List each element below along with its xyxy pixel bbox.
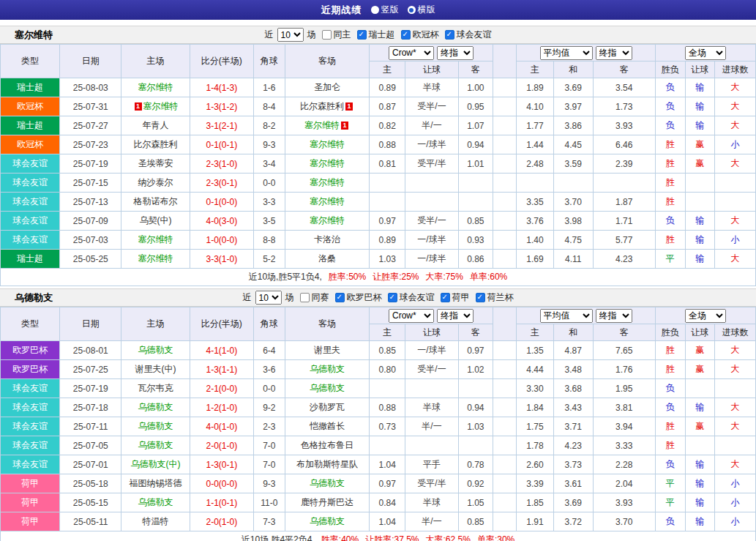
match-date: 25-05-11 (60, 512, 121, 531)
league-filter-label: 球会友谊 (400, 291, 435, 304)
final-odds-select[interactable]: 终指 (596, 46, 632, 60)
home-team: 塞尔维特 (121, 250, 190, 269)
crown-odds-handicap: 半/一 (405, 417, 458, 436)
crown-odds-handicap: 一/球半 (405, 231, 458, 250)
league-type-badge: 球会友谊 (1, 398, 60, 417)
result-goals: 大 (715, 398, 756, 417)
table-row: 欧罗巴杯25-08-01乌德勒支4-1(1-0)6-4谢里夫0.85一/球半0.… (1, 341, 756, 360)
bookmaker-select[interactable]: Crow* (389, 309, 434, 323)
result-handicap: 输 (685, 97, 715, 116)
column-header: 主场 (121, 307, 190, 341)
average-odds-away: 3.54 (593, 78, 655, 97)
league-filter-checkbox[interactable] (476, 293, 485, 302)
radio-selected-icon[interactable] (408, 6, 416, 14)
league-filter-label: 欧冠杯 (413, 29, 439, 41)
league-filter-checkbox[interactable] (441, 293, 450, 302)
league-filter-checkbox[interactable] (401, 30, 411, 40)
away-team-name: 恺撒酋长 (310, 421, 345, 431)
corner-score: 3-5 (254, 212, 285, 231)
average-odds-draw: 3.72 (553, 512, 593, 531)
view-mode-option[interactable]: 竖版 (371, 4, 399, 16)
crown-odds-home: 0.73 (370, 417, 405, 436)
corner-score: 1-6 (254, 78, 285, 97)
table-row: 荷甲25-05-11特温特2-0(1-0)7-3乌德勒支1.04半/一0.851… (1, 512, 756, 531)
league-type-badge: 荷甲 (1, 474, 60, 493)
average-odds-home: 1.69 (517, 250, 554, 269)
result-handicap: 赢 (685, 341, 715, 360)
recent-count-select[interactable]: 10 (277, 28, 304, 42)
subcolumn-header: 进球数 (715, 324, 756, 341)
result-handicap: 输 (685, 398, 715, 417)
corner-score: 7-3 (254, 512, 285, 531)
subcolumn-header: 和 (553, 61, 593, 78)
recent-count-select[interactable]: 10 (255, 291, 282, 305)
bookmaker-select[interactable]: Crow* (389, 46, 434, 60)
away-team: 塞尔维特 (285, 193, 370, 212)
average-odds-home: 1.85 (517, 493, 554, 512)
crown-odds-away: 1.02 (459, 360, 493, 379)
radio-unselected-icon[interactable] (371, 6, 379, 14)
away-team: 恺撒酋长 (285, 417, 370, 436)
spacer-header (493, 307, 516, 341)
crown-odds-handicap: 一/球半 (405, 341, 458, 360)
column-header: 日期 (60, 307, 121, 341)
result-goals: 大 (715, 154, 756, 174)
average-odds-away: 7.65 (593, 341, 655, 360)
away-team-name: 谢里夫 (314, 345, 340, 355)
away-team-name: 圣加仑 (314, 82, 340, 92)
league-type-badge: 球会友谊 (1, 455, 60, 474)
result-outcome: 胜 (655, 436, 685, 455)
same-filter-checkbox[interactable] (322, 30, 332, 40)
table-row: 欧冠杯25-07-311塞尔维特1-3(1-2)8-4比尔森胜利10.87受半/… (1, 97, 756, 116)
results-table-0: 类型日期主场比分(半场)角球客场Crow*终指平均值终指全场主让球客主和客胜负让… (0, 44, 756, 286)
final-odds-select[interactable]: 终指 (596, 309, 632, 323)
home-team-name: 乌德勒支(中) (131, 459, 181, 469)
result-handicap: 输 (685, 250, 715, 269)
result-scope-select-group: 全场 (655, 45, 755, 61)
crown-odds-handicap: 受半/一 (405, 360, 458, 379)
corner-score: 5-2 (254, 250, 285, 269)
final-odds-select[interactable]: 终指 (437, 309, 474, 323)
match-date: 25-07-23 (60, 135, 121, 154)
subcolumn-header: 主 (370, 324, 405, 341)
filter-games-label: 场 (307, 29, 316, 41)
fulltime-select[interactable]: 全场 (685, 309, 726, 323)
average-odds-home: 4.44 (517, 360, 554, 379)
fulltime-select[interactable]: 全场 (685, 46, 726, 60)
result-handicap (685, 436, 715, 455)
corner-score: 8-2 (254, 116, 285, 135)
league-filter-checkbox[interactable] (335, 293, 345, 302)
same-filter-checkbox[interactable] (300, 293, 310, 302)
average-odds-home: 2.48 (517, 154, 554, 174)
result-outcome: 平 (655, 250, 685, 269)
corner-score: 11-0 (254, 493, 285, 512)
match-date: 25-07-15 (60, 174, 121, 193)
average-select[interactable]: 平均值 (540, 46, 593, 60)
crown-odds-home: 0.97 (370, 212, 405, 231)
crown-odds-handicap: 受半/一 (405, 97, 458, 116)
corner-score: 8-8 (254, 231, 285, 250)
match-score: 1-2(1-0) (190, 398, 253, 417)
league-filter-checkbox[interactable] (357, 30, 367, 40)
view-mode-option[interactable]: 横版 (408, 4, 435, 16)
home-team: 塞尔维特 (121, 231, 190, 250)
match-filter: 近10场同赛欧罗巴杯球会友谊荷甲荷兰杯 (242, 291, 514, 305)
column-header: 比分(半场) (190, 45, 253, 78)
league-filter-checkbox[interactable] (445, 30, 454, 40)
result-goals: 大 (715, 78, 756, 97)
crown-odds-home (370, 379, 405, 398)
home-team-name: 比尔森胜利 (134, 139, 178, 149)
crown-odds-handicap: 半/一 (405, 116, 458, 135)
result-goals: 小 (715, 493, 756, 512)
result-handicap: 输 (685, 116, 715, 135)
summary-row: 近10场,胜4平2负4,胜率:40%让胜率:37.5%大率:62.5%单率:30… (1, 531, 756, 541)
crown-odds-handicap: 半球 (405, 78, 458, 97)
crown-odds-away: 0.92 (459, 474, 493, 493)
away-team: 色格拉布鲁日 (285, 436, 370, 455)
average-odds-home: 3.35 (517, 193, 554, 212)
average-select[interactable]: 平均值 (540, 309, 593, 323)
league-filter-checkbox[interactable] (388, 293, 397, 302)
result-outcome: 胜 (655, 193, 685, 212)
away-team: 塞尔维特 (285, 154, 370, 174)
final-odds-select[interactable]: 终指 (437, 46, 474, 60)
